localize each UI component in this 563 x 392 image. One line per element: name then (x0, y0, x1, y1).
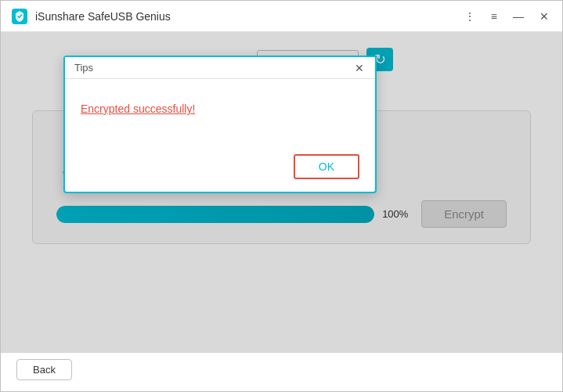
app-logo (10, 7, 29, 26)
main-content: Select USB drive: J:\ 14.44 GB ▼ ↻ Total… (1, 32, 562, 353)
modal-body: Encrypted successfully! (65, 79, 375, 154)
modal-overlay: Tips ✕ Encrypted successfully! OK (1, 32, 562, 353)
menu-button[interactable]: ≡ (487, 9, 501, 24)
modal-title: Tips (74, 62, 93, 74)
tips-dialog: Tips ✕ Encrypted successfully! OK (63, 56, 377, 193)
modal-close-button[interactable]: ✕ (353, 63, 366, 74)
app-title: iSunshare SafeUSB Genius (35, 10, 460, 23)
back-button[interactable]: Back (16, 359, 72, 380)
modal-titlebar: Tips ✕ (65, 57, 375, 79)
modal-message: Encrypted successfully! (81, 102, 359, 115)
bottom-bar: Back (1, 353, 562, 391)
minimize-button[interactable]: — (509, 9, 528, 24)
app-window: iSunshare SafeUSB Genius ⋮ ≡ — ✕ Select … (0, 0, 563, 392)
close-button[interactable]: ✕ (536, 9, 553, 24)
window-controls: ⋮ ≡ — ✕ (460, 9, 553, 24)
share-button[interactable]: ⋮ (460, 9, 479, 24)
ok-button[interactable]: OK (294, 154, 359, 179)
title-bar: iSunshare SafeUSB Genius ⋮ ≡ — ✕ (1, 1, 562, 32)
modal-footer: OK (65, 154, 375, 192)
